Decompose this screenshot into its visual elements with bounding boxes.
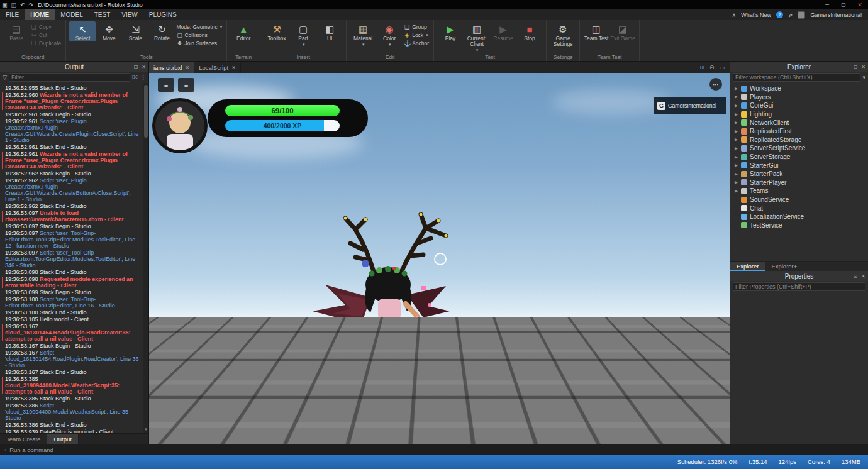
ribbon-button-move[interactable]: ✥Move — [96, 21, 122, 41]
explorer-item-testservice[interactable]: TestService — [730, 221, 868, 230]
viewport-3d[interactable]: ≡ ≡ ⋯ 69/100 400/2000 XP G GamersInterna… — [149, 73, 730, 444]
ribbon-button-ui[interactable]: ◧UI — [316, 21, 343, 41]
viewport-menu-button-2[interactable]: ≡ — [178, 78, 194, 92]
help-icon[interactable]: ? — [776, 11, 783, 18]
ribbon-button-rotate[interactable]: ↻Rotate — [148, 21, 175, 41]
minimize-button[interactable]: ─ — [819, 0, 835, 9]
output-log-line[interactable]: 19:36:52.960 Wizards is not a valid memb… — [5, 92, 141, 111]
explorer-filter-input[interactable] — [733, 73, 860, 82]
explorer-item-lighting[interactable]: ▶Lighting — [730, 110, 868, 119]
ribbon-button-scale[interactable]: ⇲Scale — [122, 21, 148, 41]
ribbon-button-duplicate[interactable]: ❐Duplicate — [31, 40, 61, 47]
expand-arrow-icon[interactable]: ▶ — [735, 146, 741, 151]
ribbon-button-part[interactable]: ▢Part▾ — [290, 21, 316, 47]
expand-arrow-icon[interactable]: ▶ — [735, 112, 741, 117]
explorer-item-starterpack[interactable]: ▶StarterPack — [730, 170, 868, 179]
menu-tab-file[interactable]: FILE — [0, 9, 25, 20]
explorer-item-workspace[interactable]: ▶Workspace — [730, 84, 868, 93]
ribbon-button-editor[interactable]: ▲Editor — [230, 21, 257, 41]
expand-arrow-icon[interactable]: ▶ — [735, 180, 741, 185]
device-screen-icon[interactable]: ▭ — [719, 64, 725, 70]
ribbon-button-select[interactable]: ↖Select — [69, 21, 96, 41]
explorer-item-serverstorage[interactable]: ▶ServerStorage — [730, 153, 868, 162]
output-log-line[interactable]: 19:36:53.167 Script 'cloud_161301454.Roa… — [5, 350, 141, 368]
ribbon-button-material[interactable]: ▦Material▾ — [350, 21, 376, 47]
expand-arrow-icon[interactable]: ▶ — [735, 155, 741, 160]
output-log-line[interactable]: 19:36:53.098 Requested module experience… — [5, 276, 141, 289]
expand-arrow-icon[interactable]: ▶ — [735, 129, 741, 134]
ribbon-button-anchor[interactable]: ⚓Anchor — [404, 40, 429, 47]
ribbon-button-group[interactable]: ❑Group — [404, 24, 429, 30]
ribbon-button-resume[interactable]: ▶Resume — [490, 21, 516, 41]
filter-funnel-icon[interactable]: ▽ — [3, 74, 7, 80]
ribbon-button-mode[interactable]: Mode: Geometric▾ — [176, 24, 222, 30]
ribbon-button-cut[interactable]: ✂Cut — [31, 32, 61, 38]
output-log-line[interactable]: 19:36:52.961 Wizards is not a valid memb… — [5, 151, 141, 170]
maximize-button[interactable]: ▢ — [835, 0, 852, 9]
close-tab-icon[interactable]: ✕ — [231, 65, 236, 70]
close-panel-icon[interactable]: ✕ — [861, 273, 865, 279]
ribbon-button-toolbox[interactable]: ⚒Toolbox — [264, 21, 290, 41]
player-character[interactable] — [300, 211, 476, 368]
close-tab-icon[interactable]: ✕ — [185, 65, 189, 70]
output-scrollbar[interactable]: ▼ — [143, 83, 148, 433]
output-log-line[interactable]: 19:36:53.097 Script 'user_Tool-Grip-Edit… — [5, 250, 141, 268]
visibility-eye-icon[interactable]: ⊙ — [709, 64, 715, 70]
ribbon-button-color[interactable]: ◉Color▾ — [376, 21, 403, 47]
expand-arrow-icon[interactable]: ▶ — [735, 120, 741, 125]
explorer-item-coregui[interactable]: ▶CoreGui — [730, 101, 868, 110]
scrollbar-thumb[interactable] — [144, 85, 148, 138]
save-icon[interactable]: ◫ — [9, 2, 19, 8]
viewport-tab-ians-ui-rbxl[interactable]: ians ui.rbxl✕ — [149, 62, 194, 73]
viewport-menu-button-1[interactable]: ≡ — [158, 78, 174, 92]
float-panel-icon[interactable]: ⊡ — [854, 273, 858, 279]
output-log-line[interactable]: 19:36:52.962 Script 'user_Plugin Creator… — [5, 177, 141, 202]
explorer-item-soundservice[interactable]: SoundService — [730, 196, 868, 204]
expand-arrow-icon[interactable]: ▶ — [735, 163, 741, 168]
explorer-item-starterplayer[interactable]: ▶StarterPlayer — [730, 179, 868, 187]
ribbon-button-paste[interactable]: ▤Paste — [3, 21, 30, 41]
clear-output-icon[interactable]: ⌧ — [132, 74, 138, 80]
ribbon-button-game-settings[interactable]: ⚙Game Settings — [550, 21, 576, 47]
tab-explorer[interactable]: Explorer — [730, 262, 765, 271]
expand-arrow-icon[interactable]: ▶ — [735, 103, 741, 108]
ribbon-button-exit-game[interactable]: ◪Exit Game — [609, 21, 636, 41]
tab-explorer-[interactable]: Explorer+ — [765, 262, 803, 271]
menu-tab-home[interactable]: HOME — [25, 9, 55, 20]
ribbon-button-team-test[interactable]: ◫Team Test — [583, 21, 609, 41]
expand-arrow-icon[interactable]: ▶ — [735, 172, 741, 177]
explorer-item-teams[interactable]: ▶Teams — [730, 187, 868, 196]
close-button[interactable]: ✕ — [852, 0, 868, 9]
explorer-item-networkclient[interactable]: ▶NetworkClient — [730, 118, 868, 127]
viewport-more-button[interactable]: ⋯ — [709, 78, 722, 91]
whats-new-link[interactable]: What's New — [741, 12, 771, 18]
float-panel-icon[interactable]: ⊡ — [854, 64, 858, 70]
username-label[interactable]: GamersInternational — [810, 12, 862, 18]
ribbon-button-client[interactable]: ▥Current: Client▾ — [464, 21, 490, 53]
explorer-item-startergui[interactable]: ▶StarterGui — [730, 161, 868, 170]
tab-output[interactable]: Output — [47, 434, 79, 444]
tab-team-create[interactable]: Team Create — [0, 434, 47, 444]
output-log-line[interactable]: 19:36:53.100 Script 'user_Tool-Grip-Edit… — [5, 296, 141, 309]
explorer-item-localizationservice[interactable]: LocalizationService — [730, 212, 868, 221]
output-log-line[interactable]: 19:36:53.386 Script 'cloud_319094400.Mod… — [5, 402, 141, 421]
output-options-icon[interactable]: ⋮ — [140, 74, 146, 80]
close-panel-icon[interactable]: ✕ — [142, 64, 146, 70]
explorer-item-replicatedstorage[interactable]: ▶ReplicatedStorage — [730, 136, 868, 145]
expand-arrow-icon[interactable]: ▶ — [735, 94, 741, 99]
output-log-line[interactable]: 19:36:53.097 Script 'user_Tool-Grip-Edit… — [5, 230, 141, 249]
ribbon-button-join-surfaces[interactable]: ❖Join Surfaces — [176, 40, 222, 47]
explorer-item-players[interactable]: ▶Players — [730, 93, 868, 102]
expand-arrow-icon[interactable]: ▶ — [735, 189, 741, 194]
ribbon-button-play[interactable]: ▶Play — [437, 21, 464, 41]
explorer-item-chat[interactable]: Chat — [730, 204, 868, 212]
close-panel-icon[interactable]: ✕ — [861, 64, 865, 70]
chevron-down-icon[interactable]: ▾ — [862, 74, 865, 80]
menu-tab-test[interactable]: TEST — [89, 9, 116, 20]
menu-tab-model[interactable]: MODEL — [55, 9, 89, 20]
ribbon-button-copy[interactable]: ❏Copy — [31, 24, 61, 30]
undo-icon[interactable]: ↶ — [18, 2, 27, 8]
menu-tab-plugins[interactable]: PLUGINS — [143, 9, 182, 20]
collapse-ribbon-icon[interactable]: ∧ — [732, 12, 737, 18]
explorer-item-serverscriptservice[interactable]: ▶ServerScriptService — [730, 144, 868, 153]
